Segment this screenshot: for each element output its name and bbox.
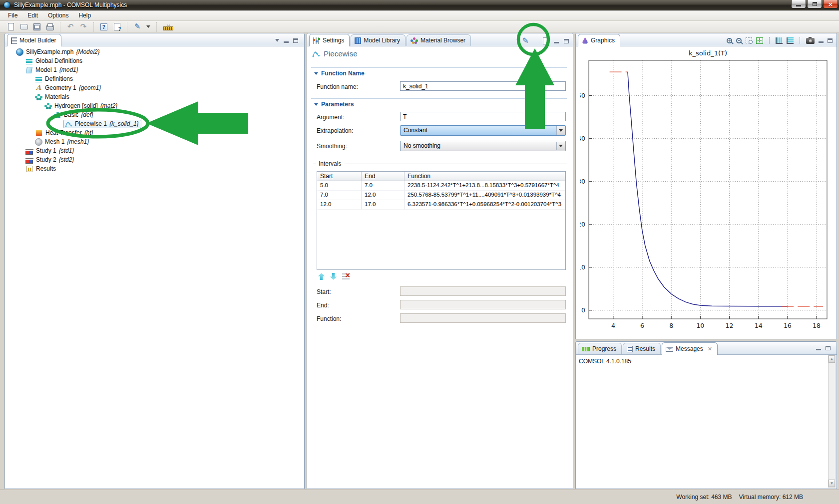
tree-item-piecewise1[interactable]: Piecewise 1 {k_solid_1} xyxy=(5,119,304,128)
tree-label: Heat Transfer xyxy=(45,129,82,136)
cell-end[interactable]: 7.0 xyxy=(362,181,405,191)
function-name-input[interactable] xyxy=(400,81,566,91)
maximize-button[interactable] xyxy=(807,0,822,8)
table-row[interactable]: 5.0 7.0 2238.5-1124.242*T^1+213.8...8.15… xyxy=(317,181,565,191)
col-end[interactable]: End xyxy=(362,172,405,181)
minimize-button[interactable] xyxy=(791,0,806,8)
print-button[interactable] xyxy=(45,22,55,32)
tree-item-hydrogen[interactable]: Hydrogen [solid] {mat2} xyxy=(5,101,304,110)
svg-text:k_solid_1(T): k_solid_1(T) xyxy=(689,49,727,57)
close-button[interactable]: × xyxy=(823,0,838,8)
x-grid-button[interactable] xyxy=(787,37,794,44)
create-plot-button[interactable]: ✎ xyxy=(522,37,529,45)
view-menu-icon[interactable] xyxy=(275,39,279,44)
measure-button[interactable] xyxy=(162,22,175,32)
help-page-icon[interactable] xyxy=(543,37,549,44)
redo-button[interactable]: ↷ xyxy=(78,22,88,32)
plot-area[interactable]: 468101214161801020304050k_solid_1(T) xyxy=(576,46,837,339)
cell-function[interactable]: 2238.5-1124.242*T^1+213.8...8.15833*T^3+… xyxy=(405,181,565,191)
panel-maximize-icon[interactable] xyxy=(828,38,833,43)
move-up-button[interactable] xyxy=(318,273,325,280)
tree-item-geometry1[interactable]: Geometry 1 {geom1} xyxy=(5,83,304,92)
section-parameters[interactable]: Parameters xyxy=(311,98,567,108)
panel-minimize-icon[interactable] xyxy=(284,41,289,43)
save-button[interactable] xyxy=(32,22,42,32)
y-grid-button[interactable] xyxy=(776,37,783,44)
panel-maximize-icon[interactable] xyxy=(564,39,569,43)
zoom-extents-button[interactable]: ✛ xyxy=(756,37,763,44)
cell-start[interactable]: 12.0 xyxy=(317,200,362,210)
svg-text:4: 4 xyxy=(611,322,615,329)
tree-item-materials[interactable]: Materials xyxy=(5,92,304,101)
panel-maximize-icon[interactable] xyxy=(293,38,298,43)
table-row[interactable]: 7.0 12.0 250.5768-85.53799*T^1+11....409… xyxy=(317,191,565,200)
tree-item-model1[interactable]: Model 1 {mod1} xyxy=(5,65,304,74)
panel-minimize-icon[interactable] xyxy=(554,42,559,43)
cell-start[interactable]: 5.0 xyxy=(317,181,362,191)
menu-edit[interactable]: Edit xyxy=(22,11,43,20)
section-label: Parameters xyxy=(321,101,354,108)
plot-canvas[interactable]: 468101214161801020304050k_solid_1(T) xyxy=(580,48,836,334)
section-function-name[interactable]: Function Name xyxy=(311,67,567,77)
panel-minimize-icon[interactable] xyxy=(819,41,824,43)
menu-options[interactable]: Options xyxy=(43,11,73,20)
table-row[interactable]: 12.0 17.0 6.323571-0.986336*T^1+0.059682… xyxy=(317,200,565,210)
tree-item-study1[interactable]: Study 1 {std1} xyxy=(5,146,304,155)
documentation-button[interactable] xyxy=(112,22,122,32)
panel-minimize-icon[interactable] xyxy=(816,349,821,350)
function-input[interactable] xyxy=(400,313,566,323)
tree-item-results[interactable]: Results xyxy=(5,164,304,173)
open-file-button[interactable] xyxy=(19,22,29,32)
col-start[interactable]: Start xyxy=(317,172,362,181)
new-file-button[interactable] xyxy=(6,22,16,32)
tab-model-library[interactable]: Model Library xyxy=(351,34,406,46)
cell-function[interactable]: 6.323571-0.986336*T^1+0.05968254*T^2-0.0… xyxy=(405,200,565,210)
cell-end[interactable]: 17.0 xyxy=(362,200,405,210)
tree-tag: {ht} xyxy=(84,129,93,136)
toolbar-separator xyxy=(800,37,800,44)
tab-messages[interactable]: Messages ✕ xyxy=(662,342,718,355)
scrollbar[interactable]: ▲ ▼ xyxy=(828,355,836,488)
cell-start[interactable]: 7.0 xyxy=(317,191,362,200)
tree-item-mesh1[interactable]: Mesh 1 {mesh1} xyxy=(5,137,304,146)
tree-item-heat-transfer[interactable]: Heat Transfer {ht} xyxy=(5,128,304,137)
tab-settings[interactable]: Settings xyxy=(309,34,350,46)
tab-graphics[interactable]: Graphics xyxy=(578,34,620,46)
zoom-out-button[interactable]: - xyxy=(736,38,742,43)
cell-end[interactable]: 12.0 xyxy=(362,191,405,200)
tab-close-icon[interactable]: ✕ xyxy=(708,346,712,352)
argument-input[interactable] xyxy=(400,112,566,121)
dropdown-caret-icon[interactable] xyxy=(556,142,565,150)
move-down-button[interactable] xyxy=(330,273,337,280)
tab-material-browser[interactable]: Material Browser xyxy=(407,34,471,46)
col-function[interactable]: Function xyxy=(405,172,565,181)
zoom-box-button[interactable] xyxy=(746,37,752,43)
cell-function[interactable]: 250.5768-85.53799*T^1+11....409091*T^3+0… xyxy=(405,191,565,200)
plot-style-dropdown[interactable] xyxy=(145,22,151,32)
tree-item-study2[interactable]: Study 2 {std2} xyxy=(5,155,304,164)
menu-help[interactable]: Help xyxy=(73,11,96,20)
model-builder-tab[interactable]: Model Builder xyxy=(7,34,61,46)
panel-maximize-icon[interactable] xyxy=(826,346,831,350)
undo-button[interactable]: ↶ xyxy=(65,22,75,32)
zoom-in-button[interactable]: + xyxy=(727,38,732,43)
tree-item-model-file[interactable]: SillyExample.mph {Model2} xyxy=(5,47,304,56)
start-input[interactable] xyxy=(400,286,566,296)
dropdown-caret-icon[interactable] xyxy=(556,126,565,135)
tab-progress[interactable]: Progress xyxy=(578,343,622,354)
tree-item-definitions[interactable]: Definitions xyxy=(5,74,304,83)
scroll-down-icon[interactable]: ▼ xyxy=(829,480,835,487)
intervals-table[interactable]: Start End Function 5.0 7.0 2238.5-1124.2… xyxy=(317,171,566,270)
menu-file[interactable]: File xyxy=(3,11,22,20)
scroll-up-icon[interactable]: ▲ xyxy=(829,355,835,363)
smoothing-select[interactable]: No smoothing xyxy=(400,141,566,151)
tree-item-basic[interactable]: Basic {def} xyxy=(5,110,304,119)
delete-row-button[interactable] xyxy=(342,273,350,280)
snapshot-button[interactable] xyxy=(806,38,815,44)
tab-results[interactable]: Results xyxy=(623,343,661,354)
end-input[interactable] xyxy=(400,300,566,309)
help-button[interactable]: ? xyxy=(99,22,109,32)
plot-style-button[interactable]: ✎ xyxy=(132,22,142,32)
tree-item-global-definitions[interactable]: Global Definitions xyxy=(5,56,304,65)
extrapolation-select[interactable]: Constant xyxy=(400,125,566,136)
